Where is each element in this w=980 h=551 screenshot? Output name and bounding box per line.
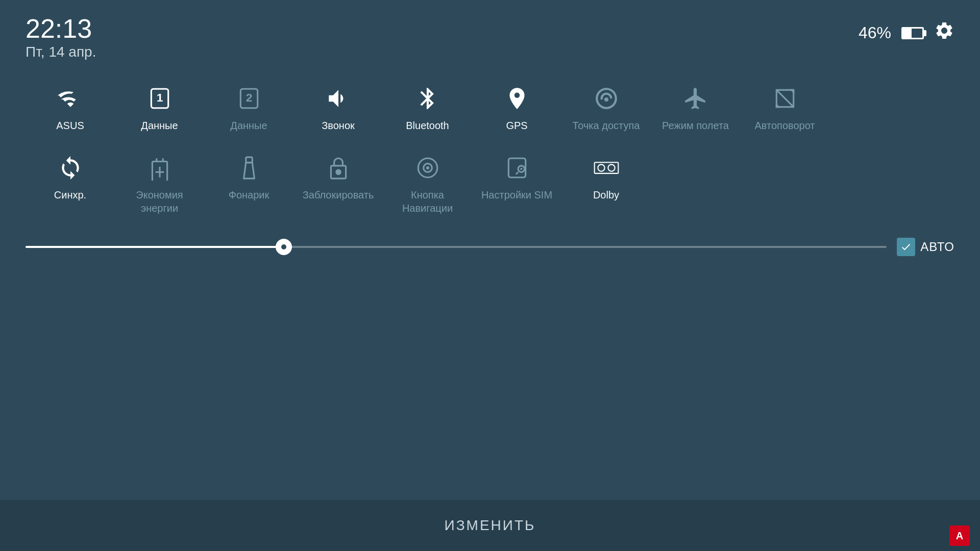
tile-wifi[interactable]: ASUS xyxy=(26,76,115,140)
tile-dolby[interactable]: Dolby xyxy=(561,145,651,222)
battery-percent: 46% xyxy=(859,23,891,42)
gps-icon xyxy=(504,83,530,114)
tile-flashlight[interactable]: Фонарик xyxy=(204,145,293,222)
tiles-row-1: ASUS 1 Данные 2 Данные xyxy=(26,76,954,140)
rotate-icon xyxy=(772,83,798,114)
data2-icon: 2 xyxy=(236,83,262,114)
time-block: 22:13 Пт, 14 апр. xyxy=(26,15,96,60)
lock-icon xyxy=(326,153,351,183)
nav-label: Кнопка Навигации xyxy=(388,188,467,215)
airplane-icon xyxy=(683,83,708,114)
tile-bluetooth[interactable]: Bluetooth xyxy=(383,76,472,140)
status-block: 46% xyxy=(859,20,954,45)
hotspot-icon xyxy=(594,83,619,114)
sound-icon xyxy=(326,83,351,114)
data1-icon: 1 xyxy=(147,83,173,114)
data1-label: Данные xyxy=(141,119,178,132)
flashlight-label: Фонарик xyxy=(229,188,270,202)
svg-point-16 xyxy=(426,166,429,169)
tiles-container: ASUS 1 Данные 2 Данные xyxy=(0,70,980,222)
svg-marker-4 xyxy=(791,90,793,92)
change-button[interactable]: ИЗМЕНИТЬ xyxy=(0,500,980,551)
brightness-thumb[interactable] xyxy=(276,239,292,255)
auto-label: АВТО xyxy=(920,240,954,254)
battery-icon xyxy=(901,27,924,39)
dolby-label: Dolby xyxy=(593,188,619,202)
tile-sound[interactable]: Звонок xyxy=(293,76,383,140)
brightness-fill xyxy=(26,246,284,248)
tile-data1[interactable]: 1 Данные xyxy=(115,76,204,140)
asus-logo: A xyxy=(949,525,970,546)
change-label: ИЗМЕНИТЬ xyxy=(445,517,536,534)
svg-marker-5 xyxy=(776,105,778,107)
tile-sim-settings[interactable]: Настройки SIM xyxy=(472,145,561,222)
brightness-slider[interactable] xyxy=(26,246,887,248)
airplane-label: Режим полета xyxy=(662,119,729,132)
lock-label: Заблокировать xyxy=(303,188,374,202)
data2-label: Данные xyxy=(230,119,267,132)
svg-point-23 xyxy=(608,164,615,171)
sim-settings-icon xyxy=(504,153,530,183)
sound-label: Звонок xyxy=(322,119,355,132)
auto-brightness[interactable]: АВТО xyxy=(897,238,954,256)
wifi-icon xyxy=(58,83,83,114)
svg-rect-17 xyxy=(508,158,525,178)
tile-gps[interactable]: GPS xyxy=(472,76,561,140)
sync-icon xyxy=(58,153,83,183)
svg-text:1: 1 xyxy=(156,91,163,104)
wifi-label: ASUS xyxy=(56,119,84,132)
tile-airplane[interactable]: Режим полета xyxy=(651,76,740,140)
tile-data2[interactable]: 2 Данные xyxy=(204,76,293,140)
flashlight-icon xyxy=(236,153,262,183)
tile-nav[interactable]: Кнопка Навигации xyxy=(383,145,472,222)
svg-point-13 xyxy=(336,170,340,174)
dolby-icon xyxy=(594,153,619,183)
bluetooth-label: Bluetooth xyxy=(406,119,449,132)
date-display: Пт, 14 апр. xyxy=(26,44,96,60)
sync-label: Синхр. xyxy=(54,188,86,202)
sim-settings-label: Настройки SIM xyxy=(481,188,552,202)
svg-text:2: 2 xyxy=(246,91,252,104)
tile-sync[interactable]: Синхр. xyxy=(26,145,115,222)
tiles-row-2: Синхр. Экономия энергии xyxy=(26,145,954,222)
tile-lock[interactable]: Заблокировать xyxy=(293,145,383,222)
svg-line-20 xyxy=(516,172,518,174)
bluetooth-icon xyxy=(415,83,440,114)
tile-battery-saver[interactable]: Экономия энергии xyxy=(115,145,204,222)
time-display: 22:13 xyxy=(26,15,96,42)
battery-saver-icon xyxy=(147,153,173,183)
gps-label: GPS xyxy=(506,119,527,132)
battery-saver-label: Экономия энергии xyxy=(120,188,199,215)
nav-icon xyxy=(415,153,440,183)
tile-rotate[interactable]: Автоповорот xyxy=(740,76,829,140)
tile-hotspot[interactable]: Точка доступа xyxy=(561,76,651,140)
header: 22:13 Пт, 14 апр. 46% xyxy=(0,0,980,70)
brightness-row: АВТО xyxy=(0,228,980,266)
svg-point-19 xyxy=(520,168,522,170)
svg-point-22 xyxy=(598,164,604,171)
settings-icon[interactable] xyxy=(934,20,954,45)
auto-checkbox[interactable] xyxy=(897,238,915,256)
rotate-label: Автоповорот xyxy=(754,119,815,132)
brightness-thumb-inner xyxy=(281,244,286,249)
hotspot-label: Точка доступа xyxy=(573,119,640,132)
